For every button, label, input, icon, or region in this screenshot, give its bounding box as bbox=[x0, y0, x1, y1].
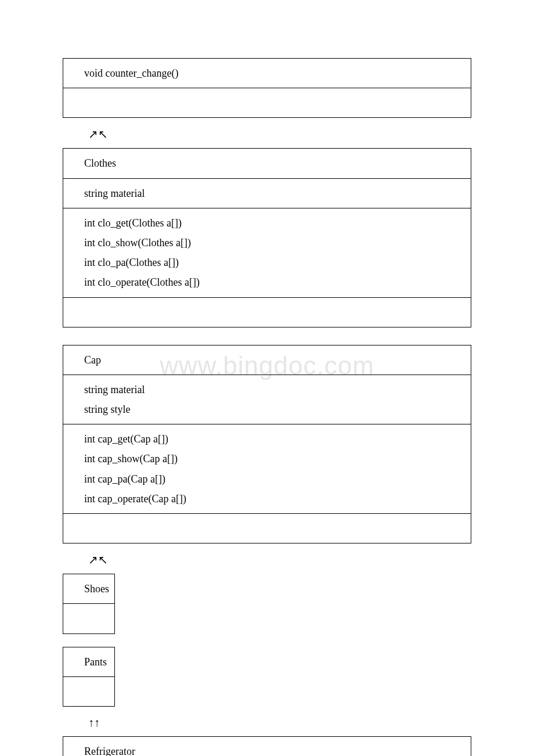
empty-section bbox=[63, 604, 114, 633]
method-text: int cap_show(Cap a[]) bbox=[84, 449, 465, 469]
class-name-clothes: Clothes bbox=[63, 149, 471, 178]
class-box-clothes: Clothes string material int clo_get(Clot… bbox=[63, 148, 471, 327]
class-methods-clothes: int clo_get(Clothes a[]) int clo_show(Cl… bbox=[63, 208, 471, 297]
class-name-text: Clothes bbox=[84, 153, 465, 173]
document-content: void counter_change() ↗↖ Clothes string … bbox=[63, 58, 471, 756]
class-methods-counter: void counter_change() bbox=[63, 59, 471, 88]
arrows-diagonal: ↗↖ bbox=[63, 118, 471, 148]
empty-section bbox=[63, 677, 114, 706]
class-attributes-clothes: string material bbox=[63, 179, 471, 208]
attribute-text: string material bbox=[84, 183, 465, 203]
empty-section bbox=[63, 514, 471, 543]
class-name-text: Cap bbox=[84, 350, 465, 370]
method-text: int cap_operate(Cap a[]) bbox=[84, 489, 465, 509]
class-box-counter: void counter_change() bbox=[63, 58, 471, 118]
class-box-pants: Pants bbox=[63, 647, 115, 707]
class-box-cap: Cap string material string style int cap… bbox=[63, 345, 471, 544]
class-name-refrigerator: Refrigerator bbox=[63, 737, 471, 756]
arrows-straight: ↑↑ bbox=[63, 707, 471, 736]
method-text: void counter_change() bbox=[84, 63, 465, 83]
class-name-text: Shoes bbox=[84, 579, 109, 599]
method-text: int clo_get(Clothes a[]) bbox=[84, 213, 465, 233]
empty-section bbox=[63, 88, 471, 117]
class-name-shoes: Shoes bbox=[63, 574, 114, 603]
method-text: int cap_pa(Cap a[]) bbox=[84, 469, 465, 489]
method-text: int clo_show(Clothes a[]) bbox=[84, 233, 465, 253]
class-name-text: Pants bbox=[84, 652, 109, 672]
method-text: int clo_operate(Clothes a[]) bbox=[84, 272, 465, 292]
class-name-cap: Cap bbox=[63, 345, 471, 375]
attribute-text: string style bbox=[84, 399, 465, 419]
attribute-text: string material bbox=[84, 380, 465, 399]
arrows-diagonal: ↗↖ bbox=[63, 543, 471, 574]
class-box-shoes: Shoes bbox=[63, 574, 115, 633]
class-box-refrigerator: Refrigerator string refrigeration_form s… bbox=[63, 736, 471, 756]
class-methods-cap: int cap_get(Cap a[]) int cap_show(Cap a[… bbox=[63, 424, 471, 513]
class-name-pants: Pants bbox=[63, 647, 114, 676]
method-text: int clo_pa(Clothes a[]) bbox=[84, 253, 465, 272]
class-name-text: Refrigerator bbox=[84, 741, 465, 756]
empty-section bbox=[63, 298, 471, 327]
method-text: int cap_get(Cap a[]) bbox=[84, 429, 465, 449]
class-attributes-cap: string material string style bbox=[63, 375, 471, 424]
